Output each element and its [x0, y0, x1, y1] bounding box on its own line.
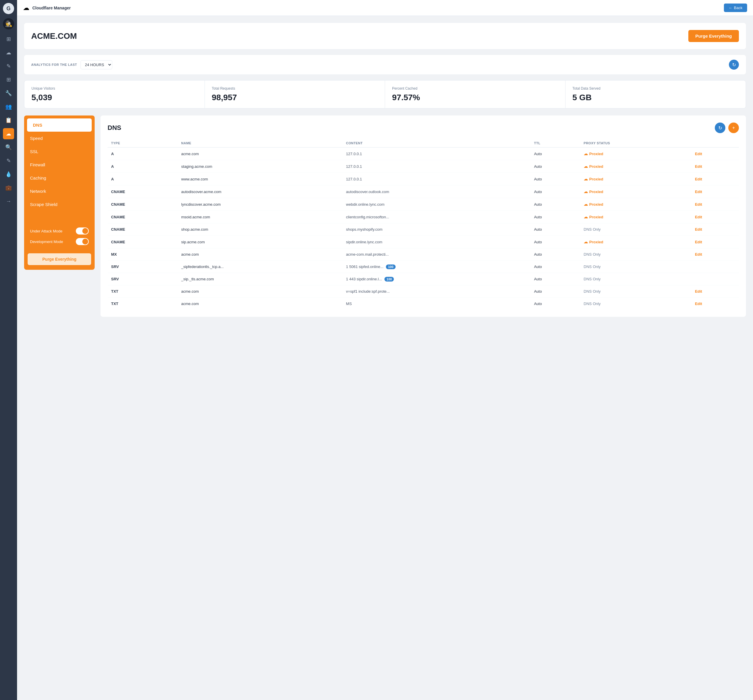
analytics-period-select[interactable]: 24 HOURS12 HOURS7 DAYS30 DAYS: [81, 60, 112, 69]
table-row: TXTacme.comv=spf1 include:spf.prote...Au…: [108, 285, 739, 298]
nav-item-ssl[interactable]: SSL: [24, 145, 95, 158]
edit-link[interactable]: Edit: [695, 202, 702, 206]
dns-record-edit-cell: [691, 273, 739, 285]
table-row: CNAMElyncdiscover.acme.comwebdir.online.…: [108, 198, 739, 211]
nav-item-speed[interactable]: Speed: [24, 132, 95, 145]
edit-link[interactable]: Edit: [695, 215, 702, 219]
topbar-left: ☁ Cloudflare Manager: [23, 4, 71, 12]
cloud-icon: ☁: [584, 214, 588, 219]
development-mode-toggle[interactable]: [76, 238, 89, 245]
col-actions: [691, 139, 739, 147]
sidebar-icon-briefcase[interactable]: 💼: [3, 182, 14, 193]
under-attack-toggle[interactable]: [76, 227, 89, 234]
dns-record-content: acme-com.mail.protecti...: [342, 248, 531, 261]
dns-refresh-button[interactable]: ↻: [715, 123, 725, 133]
dns-record-proxy-status: ☁ Proxied: [580, 160, 692, 173]
nav-item-dns[interactable]: DNS: [27, 119, 92, 132]
under-attack-mode-row: Under Attack Mode: [30, 227, 89, 234]
dns-record-name: lyncdiscover.acme.com: [178, 198, 343, 211]
table-row: CNAMEsip.acme.comsipdir.online.lync.comA…: [108, 236, 739, 248]
nav-item-network[interactable]: Network: [24, 184, 95, 198]
sidebar-icon-dashboard[interactable]: ⊞: [3, 33, 14, 45]
stat-label-data: Total Data Served: [573, 86, 739, 91]
dns-record-edit-cell: Edit: [691, 173, 739, 186]
cloudflare-icon: ☁: [23, 4, 30, 12]
col-content: CONTENT: [342, 139, 531, 147]
dns-record-type: CNAME: [108, 211, 178, 223]
user-avatar[interactable]: 🕵: [3, 18, 14, 30]
nav-item-scrape-shield[interactable]: Scrape Shield: [24, 198, 95, 211]
dns-record-name: staging.acme.com: [178, 160, 343, 173]
sidebar-icon-document[interactable]: 📋: [3, 115, 14, 126]
sidebar-icon-arrow[interactable]: →: [3, 196, 14, 207]
table-row: SRV_sip._tls.acme.com1 443 sipdir.online…: [108, 273, 739, 285]
dns-record-ttl: Auto: [531, 273, 580, 285]
sidebar-icon-pen[interactable]: ✎: [3, 155, 14, 166]
cloud-icon: ☁: [584, 239, 588, 244]
sidebar-icon-settings[interactable]: 🔧: [3, 88, 14, 99]
nav-purge-button[interactable]: Purge Everything: [28, 253, 91, 265]
sidebar-icon-drop[interactable]: 💧: [3, 169, 14, 180]
dns-record-ttl: Auto: [531, 147, 580, 160]
edit-link[interactable]: Edit: [695, 177, 702, 181]
dns-record-proxy-status: DNS Only: [580, 298, 692, 310]
sidebar-icon-cloud[interactable]: ☁: [3, 47, 14, 58]
edit-link[interactable]: Edit: [695, 240, 702, 244]
analytics-label: ANALYTICS FOR THE LAST: [31, 63, 77, 66]
edit-link[interactable]: Edit: [695, 227, 702, 231]
dns-record-name: acme.com: [178, 285, 343, 298]
nav-item-caching[interactable]: Caching: [24, 171, 95, 184]
sidebar-icon-grid[interactable]: ⊞: [3, 74, 14, 85]
sidebar-icon-users[interactable]: 👥: [3, 101, 14, 112]
dns-record-proxy-status: ☁ Proxied: [580, 236, 692, 248]
development-mode-row: Development Mode: [30, 238, 89, 245]
dns-only-status: DNS Only: [584, 264, 601, 269]
table-row: CNAMEautodiscover.acme.comautodiscover.o…: [108, 186, 739, 198]
sidebar-icon-edit[interactable]: ✎: [3, 61, 14, 72]
stat-unique-visitors: Unique Visitors 5,039: [24, 81, 205, 108]
dns-record-edit-cell: Edit: [691, 285, 739, 298]
dns-record-type: CNAME: [108, 223, 178, 236]
nav-modes: Under Attack Mode Development Mode: [24, 223, 95, 253]
under-attack-label: Under Attack Mode: [30, 229, 62, 233]
sidebar: G 🕵 ⊞ ☁ ✎ ⊞ 🔧 👥 📋 ☁ 🔍 ✎ 💧 💼 →: [0, 0, 17, 700]
table-row: TXTacme.comMSAutoDNS OnlyEdit: [108, 298, 739, 310]
dns-title: DNS: [108, 124, 121, 132]
proxied-status: ☁ Proxied: [584, 152, 688, 156]
dns-only-status: DNS Only: [584, 227, 601, 231]
dns-record-proxy-status: DNS Only: [580, 223, 692, 236]
back-button[interactable]: ← Back: [724, 3, 747, 12]
dns-record-ttl: Auto: [531, 223, 580, 236]
analytics-refresh-button[interactable]: ↻: [729, 59, 739, 70]
edit-link[interactable]: Edit: [695, 164, 702, 169]
left-nav-panel: DNS Speed SSL Firewall Caching Network S…: [24, 116, 95, 270]
dns-record-content: 127.0.0.1: [342, 173, 531, 186]
sidebar-icon-cloudflare[interactable]: ☁: [3, 128, 14, 139]
app-logo[interactable]: G: [3, 3, 14, 14]
edit-link[interactable]: Edit: [695, 302, 702, 306]
dns-record-name: shop.acme.com: [178, 223, 343, 236]
dns-record-ttl: Auto: [531, 261, 580, 273]
dns-record-type: SRV: [108, 273, 178, 285]
proxied-status: ☁ Proxied: [584, 164, 688, 169]
cloud-icon: ☁: [584, 152, 588, 156]
edit-link[interactable]: Edit: [695, 189, 702, 194]
dns-record-ttl: Auto: [531, 285, 580, 298]
nav-item-firewall[interactable]: Firewall: [24, 158, 95, 171]
dns-record-type: A: [108, 173, 178, 186]
dns-record-proxy-status: DNS Only: [580, 248, 692, 261]
dns-record-proxy-status: ☁ Proxied: [580, 173, 692, 186]
edit-link[interactable]: Edit: [695, 289, 702, 294]
dns-record-ttl: Auto: [531, 186, 580, 198]
dns-record-name: acme.com: [178, 147, 343, 160]
analytics-bar: ANALYTICS FOR THE LAST 24 HOURS12 HOURS7…: [24, 55, 746, 74]
dns-record-content: 127.0.0.1: [342, 160, 531, 173]
stat-value-data: 5 GB: [573, 93, 739, 102]
purge-everything-button[interactable]: Purge Everything: [688, 30, 739, 42]
edit-link[interactable]: Edit: [695, 152, 702, 156]
cloud-icon: ☁: [584, 164, 588, 169]
dns-add-button[interactable]: +: [728, 123, 739, 133]
dns-record-edit-cell: Edit: [691, 248, 739, 261]
sidebar-icon-search[interactable]: 🔍: [3, 142, 14, 153]
edit-link[interactable]: Edit: [695, 252, 702, 256]
